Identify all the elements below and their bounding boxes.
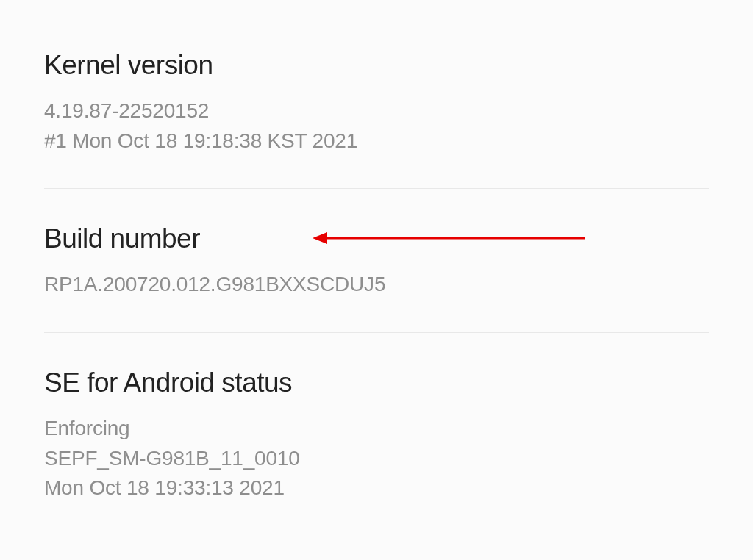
se-android-line1: Enforcing — [44, 414, 709, 444]
kernel-version-value: 4.19.87-22520152 #1 Mon Oct 18 19:18:38 … — [44, 96, 709, 156]
kernel-version-row[interactable]: Kernel version 4.19.87-22520152 #1 Mon O… — [44, 15, 709, 188]
se-android-status-title: SE for Android status — [44, 365, 709, 401]
build-number-title: Build number — [44, 221, 709, 256]
build-number-value: RP1A.200720.012.G981BXXSCDUJ5 — [44, 270, 709, 300]
se-android-line2: SEPF_SM-G981B_11_0010 — [44, 444, 709, 474]
se-android-status-row[interactable]: SE for Android status Enforcing SEPF_SM-… — [44, 333, 709, 536]
build-number-row[interactable]: Build number RP1A.200720.012.G981BXXSCDU… — [44, 189, 709, 332]
kernel-version-line1: 4.19.87-22520152 — [44, 96, 709, 126]
kernel-version-line2: #1 Mon Oct 18 19:18:38 KST 2021 — [44, 126, 709, 157]
se-android-status-value: Enforcing SEPF_SM-G981B_11_0010 Mon Oct … — [44, 414, 709, 503]
kernel-version-title: Kernel version — [44, 48, 709, 83]
se-android-line3: Mon Oct 18 19:33:13 2021 — [44, 473, 709, 503]
divider — [44, 536, 709, 536]
